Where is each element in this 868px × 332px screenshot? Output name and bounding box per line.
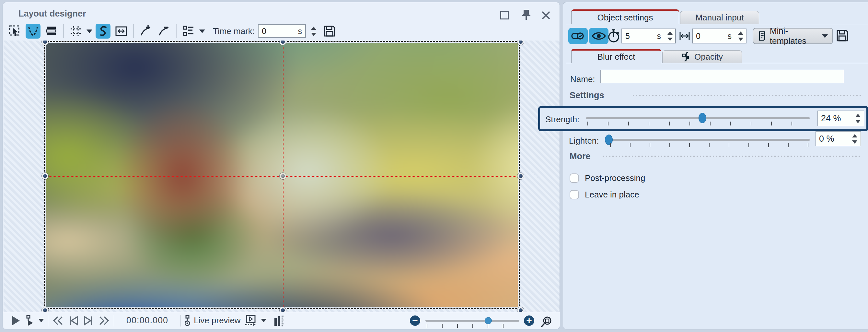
opacity-curve-icon [681,52,691,62]
offset-stepper[interactable] [738,31,743,41]
curve-mode-icon [27,25,39,37]
tab-object-settings[interactable]: Object settings [571,9,679,24]
tab-label: Object settings [597,13,653,23]
enable-object-toggle[interactable] [568,28,588,44]
live-preview-pin-icon [185,313,192,328]
spline-tool-button[interactable] [96,24,111,38]
time-mark-field[interactable]: 0 s [258,24,306,38]
fit-view-button[interactable] [114,24,129,38]
zoom-slider-handle[interactable] [485,317,492,324]
more-section-header: More [569,151,591,161]
resize-handle-middle-left[interactable] [42,173,48,179]
play-from-marker-button[interactable] [25,313,34,328]
playback-bar: 00:00.000 Live preview − + [3,312,560,329]
minus-icon: − [412,316,418,325]
fast-forward-icon [98,316,110,326]
previous-frame-button[interactable] [68,313,79,328]
tab-label: Manual input [695,13,744,23]
section-divider [602,156,861,157]
maximize-button[interactable] [499,9,510,21]
grid-icon [69,25,82,38]
name-input[interactable] [600,70,844,83]
grid-options-caret[interactable] [87,30,92,33]
curve-mode-button[interactable] [26,24,40,38]
post-processing-checkbox[interactable] [569,174,579,183]
playbar-separator [48,315,48,327]
tab-blur-effect[interactable]: Blur effect [571,49,661,63]
add-point-icon [139,25,152,38]
play-options-caret[interactable] [38,319,44,322]
stepper-down-icon[interactable] [852,141,857,144]
offset-unit: s [728,31,732,41]
stepper-down-icon[interactable] [311,33,316,36]
lighten-stepper[interactable] [852,134,857,144]
object-center-handle[interactable] [280,173,286,179]
offset-value: 0 [696,31,701,41]
mini-templates-label: Mini-templates [770,26,818,46]
play-icon [11,315,21,326]
eye-icon [592,31,606,41]
duration-value: 5 [625,31,630,41]
next-frame-button[interactable] [83,313,94,328]
zoom-fit-button[interactable] [540,315,552,329]
stepper-down-icon[interactable] [855,120,861,123]
object-list-caret[interactable] [199,30,205,33]
close-button[interactable] [540,9,552,21]
stepper-up-icon[interactable] [855,114,861,117]
remove-point-button[interactable] [156,24,172,38]
fast-forward-button[interactable] [98,313,110,328]
stepper-down-icon[interactable] [668,38,673,41]
tab-manual-input[interactable]: Manual input [680,11,759,24]
tab-opacity[interactable]: Opacity [662,50,742,63]
leave-in-place-label: Leave in place [585,190,639,200]
pin-button[interactable] [520,9,532,21]
object-levels-button[interactable] [273,313,284,328]
strength-stepper[interactable] [855,114,861,123]
time-mark-stepper[interactable] [311,27,316,36]
object-levels-icon [273,315,284,327]
plus-icon: + [526,316,532,325]
strength-row: Strength: 24 % [538,106,868,131]
zoom-slider-track[interactable] [426,320,519,322]
resize-handle-top-right[interactable] [518,40,524,45]
zoom-in-button[interactable]: + [524,315,534,326]
lighten-value-field[interactable]: 0 % [815,131,861,146]
stepper-up-icon[interactable] [668,31,673,35]
go-to-start-button[interactable] [52,313,64,328]
selected-object-canvas[interactable] [44,41,520,309]
leave-in-place-checkbox[interactable] [569,190,579,200]
visibility-toggle[interactable] [589,28,609,44]
mini-templates-dropdown[interactable]: Mini-templates [753,28,833,44]
save-template-button[interactable] [836,29,849,43]
preview-options-caret[interactable] [261,319,267,322]
live-preview-label: Live preview [194,315,241,326]
layers-icon [45,25,57,37]
stepper-up-icon[interactable] [738,31,743,35]
duration-stopwatch-icon [607,29,621,44]
fit-view-icon [115,25,128,38]
offset-field[interactable]: 0 s [692,29,746,43]
object-list-button[interactable] [181,24,196,38]
stepper-up-icon[interactable] [852,134,857,138]
strength-value-field[interactable]: 24 % [817,111,864,126]
add-point-button[interactable] [138,24,153,38]
lighten-slider-track[interactable] [609,139,810,141]
select-tool-button[interactable] [7,24,22,38]
stepper-up-icon[interactable] [311,27,316,30]
play-from-marker-icon [25,315,34,326]
strength-slider-track[interactable] [586,117,810,119]
zoom-out-button[interactable]: − [410,315,420,326]
toggle-check-icon [571,31,585,41]
duration-field[interactable]: 5 s [621,29,676,43]
duration-stepper[interactable] [668,31,673,41]
designer-workspace [4,40,560,314]
maximize-icon [500,11,509,20]
play-button[interactable] [11,313,21,328]
resize-handle-middle-right[interactable] [518,173,524,179]
strength-slider-ticks [587,122,809,125]
stepper-down-icon[interactable] [738,38,743,41]
layers-button[interactable] [44,24,59,38]
preview-window-button[interactable] [244,313,256,328]
grid-button[interactable] [68,24,83,38]
save-layout-button[interactable] [322,24,337,38]
